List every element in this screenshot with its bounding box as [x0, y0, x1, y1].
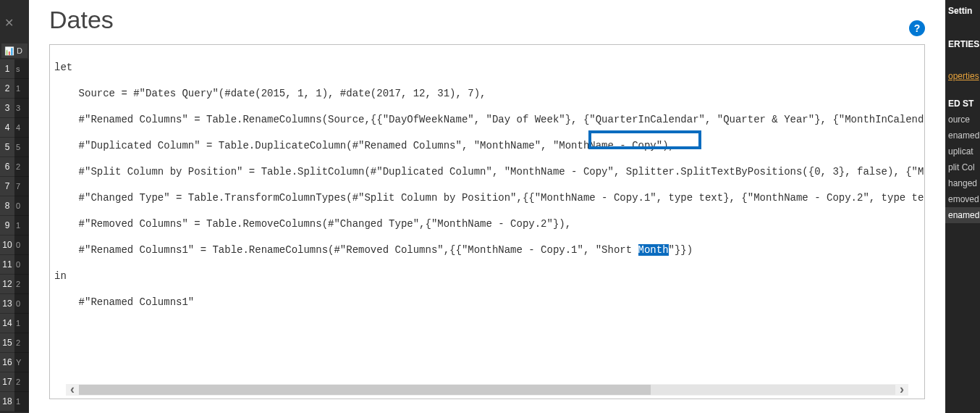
code-line: let	[54, 61, 920, 74]
table-row[interactable]: 62	[0, 157, 29, 177]
scroll-track[interactable]	[79, 385, 895, 395]
table-row[interactable]: 55	[0, 138, 29, 157]
row-number-gutter: 1s 21 33 44 55 62 77 80 91 100 110 122 1…	[0, 59, 29, 412]
table-row[interactable]: 33	[0, 99, 29, 118]
table-row[interactable]: 77	[0, 177, 29, 196]
help-icon[interactable]: ?	[909, 20, 925, 36]
close-icon[interactable]: ✕	[4, 16, 16, 28]
properties-heading: ERTIES	[945, 33, 980, 52]
code-line: #"Renamed Columns1"	[54, 296, 920, 309]
table-row[interactable]: 141	[0, 314, 29, 333]
table-row[interactable]: 80	[0, 196, 29, 216]
panel-title: Settin	[945, 0, 980, 19]
scroll-left-icon[interactable]: ‹	[66, 383, 79, 396]
code-editor[interactable]: let Source = #"Dates Query"(#date(2015, …	[49, 44, 925, 399]
query-settings-panel: Settin ERTIES operties ED ST ource ename…	[945, 0, 980, 413]
code-content[interactable]: let Source = #"Dates Query"(#date(2015, …	[50, 45, 924, 338]
applied-steps-heading: ED ST	[945, 93, 980, 112]
table-row[interactable]: 44	[0, 118, 29, 138]
applied-step-selected[interactable]: enamed	[945, 207, 980, 223]
table-row[interactable]: 91	[0, 216, 29, 235]
code-line: #"Changed Type" = Table.TransformColumnT…	[54, 191, 920, 204]
applied-step[interactable]: emoved	[945, 191, 980, 207]
column-header[interactable]: 📊 D	[1, 43, 28, 58]
applied-step[interactable]: enamed	[945, 128, 980, 143]
text-selection: Month	[638, 244, 669, 256]
table-row[interactable]: 16Y	[0, 353, 29, 372]
table-row[interactable]: 21	[0, 79, 29, 99]
applied-step[interactable]: hanged	[945, 175, 980, 191]
table-row[interactable]: 122	[0, 275, 29, 294]
code-line: #"Renamed Columns1" = Table.RenameColumn…	[54, 243, 920, 256]
all-properties-link[interactable]: operties	[945, 70, 980, 83]
code-line: #"Removed Columns" = Table.RemoveColumns…	[54, 217, 920, 230]
code-line: #"Duplicated Column" = Table.DuplicateCo…	[54, 139, 920, 152]
code-line: in	[54, 270, 920, 283]
column-header-label: D	[17, 46, 22, 55]
advanced-editor-dialog: Dates ? let Source = #"Dates Query"(#dat…	[29, 0, 945, 413]
horizontal-scrollbar[interactable]: ‹ ›	[66, 384, 908, 396]
table-row[interactable]: 100	[0, 235, 29, 255]
dialog-title: Dates	[49, 0, 925, 44]
applied-step[interactable]: ource	[945, 112, 980, 128]
applied-step[interactable]: uplicat	[945, 143, 980, 159]
code-line: Source = #"Dates Query"(#date(2015, 1, 1…	[54, 87, 920, 100]
code-line: #"Split Column by Position" = Table.Spli…	[54, 165, 920, 178]
code-line: #"Renamed Columns" = Table.RenameColumns…	[54, 113, 920, 126]
left-data-strip: ✕ 📊 D 1s 21 33 44 55 62 77 80 91 100 110…	[0, 0, 29, 413]
table-row[interactable]: 172	[0, 372, 29, 392]
table-row[interactable]: 130	[0, 294, 29, 314]
scroll-thumb[interactable]	[79, 385, 651, 395]
table-row[interactable]: 110	[0, 255, 29, 275]
applied-step[interactable]: plit Col	[945, 159, 980, 175]
scroll-right-icon[interactable]: ›	[895, 383, 908, 396]
table-row[interactable]: 1s	[0, 59, 29, 79]
table-row[interactable]: 181	[0, 392, 29, 412]
table-row[interactable]: 152	[0, 333, 29, 353]
